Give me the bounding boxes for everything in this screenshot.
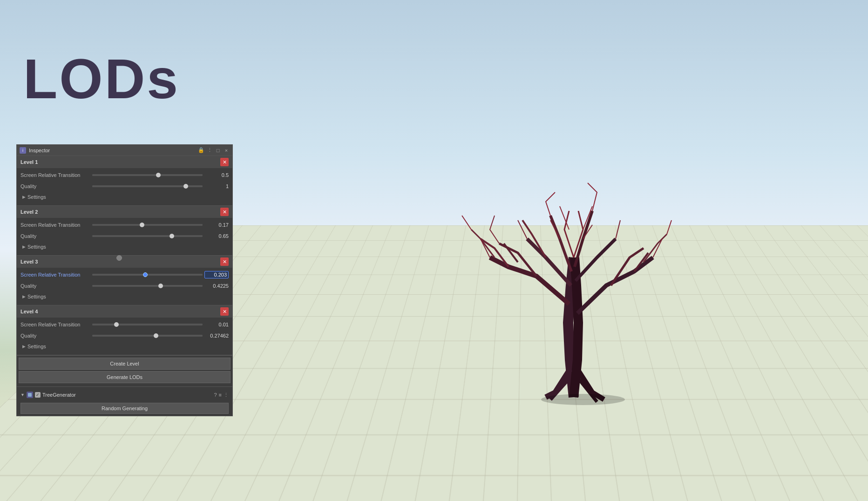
level-2-quality-row: Quality 0.65 (20, 231, 229, 241)
level-2-label: Level 2 (20, 209, 220, 215)
tree-gen-settings-icon[interactable]: ≡ (219, 392, 222, 398)
level-4-srt-slider[interactable] (92, 324, 203, 325)
level-1-settings-arrow: ▶ (22, 195, 26, 199)
level-3-settings-arrow: ▶ (22, 294, 26, 299)
level-3-header: Level 3 ✕ (17, 256, 232, 268)
level-2-settings-arrow: ▶ (22, 244, 26, 249)
level-3-quality-handle[interactable] (158, 284, 163, 288)
level-4-quality-value: 0.27462 (204, 333, 229, 339)
level-2-quality-slider[interactable] (92, 235, 203, 237)
level-3-quality-label: Quality (20, 283, 90, 289)
level-2-delete-button[interactable]: ✕ (220, 208, 229, 216)
inspector-title: Inspector (29, 148, 198, 153)
level-4-quality-handle[interactable] (154, 333, 158, 338)
inspector-titlebar: i Inspector 🔒 ⋮ □ × (17, 145, 232, 156)
level-3-quality-row: Quality 0.4225 (20, 281, 229, 291)
tree-gen-help-icon[interactable]: ? (214, 392, 217, 398)
inspector-panel: i Inspector 🔒 ⋮ □ × Level 1 ✕ Screen Rel… (16, 144, 233, 416)
level-1-header: Level 1 ✕ (17, 156, 232, 168)
level-2-settings-row[interactable]: ▶ Settings (20, 242, 229, 251)
menu-button[interactable]: ⋮ (206, 147, 213, 154)
level-4-srt-label: Screen Relative Transition (20, 322, 90, 327)
level-2-srt-label: Screen Relative Transition (20, 222, 90, 228)
tree-generator-section: ▼ ✓ TreeGenerator ? ≡ ⋮ Random Generatin… (17, 386, 232, 416)
level-3-srt-slider[interactable] (92, 274, 203, 276)
maximize-button[interactable]: □ (215, 147, 221, 154)
level-1-srt-label: Screen Relative Transition (20, 172, 90, 178)
tree-gen-expand-icon: ▼ (20, 393, 25, 397)
svg-point-0 (541, 394, 625, 405)
tree-gen-component-icon (27, 392, 33, 398)
level-1-label: Level 1 (20, 159, 220, 165)
tree-gen-action-icons: ? ≡ ⋮ (214, 392, 229, 398)
svg-rect-1 (28, 393, 32, 397)
level-2-header: Level 2 ✕ (17, 206, 232, 218)
inspector-scroll-area[interactable]: Level 1 ✕ Screen Relative Transition 0.5… (17, 156, 232, 355)
level-3-settings-label: Settings (27, 294, 46, 299)
tree-gen-enabled-checkbox[interactable]: ✓ (35, 392, 41, 398)
level-4-section: Level 4 ✕ Screen Relative Transition 0.0… (17, 305, 232, 355)
level-3-delete-button[interactable]: ✕ (220, 257, 229, 266)
level-1-content: Screen Relative Transition 0.5 Quality (17, 168, 232, 205)
inspector-actions: Create Level Generate LODs (17, 355, 232, 386)
tree-gen-more-icon[interactable]: ⋮ (224, 392, 229, 398)
level-1-srt-slider[interactable] (92, 174, 203, 176)
titlebar-buttons: 🔒 ⋮ □ × (198, 147, 230, 154)
close-button[interactable]: × (223, 147, 230, 154)
level-4-srt-handle[interactable] (114, 322, 119, 327)
level-1-quality-label: Quality (20, 183, 90, 189)
level-3-srt-row: Screen Relative Transition 0.203 (20, 270, 229, 280)
level-3-label: Level 3 (20, 259, 220, 264)
inspector-icon: i (20, 147, 26, 154)
level-1-srt-value: 0.5 (204, 172, 229, 178)
level-2-srt-row: Screen Relative Transition 0.17 (20, 220, 229, 230)
level-2-srt-value: 0.17 (204, 222, 229, 228)
random-generating-button[interactable]: Random Generating (20, 403, 229, 414)
level-3-srt-label: Screen Relative Transition (20, 272, 90, 278)
level-3-settings-row[interactable]: ▶ Settings (20, 292, 229, 301)
level-2-quality-handle[interactable] (170, 234, 174, 238)
level-1-quality-value: 1 (204, 183, 229, 189)
level-2-quality-value: 0.65 (204, 233, 229, 239)
level-4-srt-row: Screen Relative Transition 0.01 (20, 319, 229, 330)
level-3-section: Level 3 ✕ Screen Relative Transition 0.2… (17, 256, 232, 305)
tree-generator-header: ▼ ✓ TreeGenerator ? ≡ ⋮ (20, 389, 229, 401)
level-4-delete-button[interactable]: ✕ (220, 307, 229, 316)
tree-gen-label: TreeGenerator (42, 392, 214, 398)
level-3-srt-value[interactable]: 0.203 (204, 271, 229, 278)
level-3-quality-value: 0.4225 (204, 283, 229, 289)
level-1-srt-row: Screen Relative Transition 0.5 (20, 170, 229, 180)
level-4-settings-row[interactable]: ▶ Settings (20, 342, 229, 351)
generate-lods-button[interactable]: Generate LODs (19, 371, 231, 383)
page-title: LODs (23, 47, 180, 111)
level-2-settings-label: Settings (27, 244, 46, 250)
level-2-srt-handle[interactable] (140, 223, 144, 227)
level-1-delete-button[interactable]: ✕ (220, 158, 229, 166)
level-4-quality-slider[interactable] (92, 335, 203, 337)
level-3-quality-slider[interactable] (92, 285, 203, 287)
level-4-content: Screen Relative Transition 0.01 Quality (17, 318, 232, 355)
lock-button[interactable]: 🔒 (198, 147, 204, 154)
level-1-section: Level 1 ✕ Screen Relative Transition 0.5… (17, 156, 232, 206)
level-2-srt-slider[interactable] (92, 224, 203, 226)
level-2-quality-label: Quality (20, 233, 90, 239)
create-level-button[interactable]: Create Level (19, 358, 231, 370)
tree-svg (457, 118, 690, 420)
level-1-quality-slider[interactable] (92, 185, 203, 187)
level-2-content: Screen Relative Transition 0.17 Quality (17, 218, 232, 255)
level-1-quality-row: Quality 1 (20, 181, 229, 191)
level-3-srt-handle[interactable] (143, 272, 148, 277)
level-4-srt-value: 0.01 (204, 322, 229, 327)
level-4-quality-row: Quality 0.27462 (20, 331, 229, 341)
level-4-settings-label: Settings (27, 344, 46, 349)
level-4-settings-arrow: ▶ (22, 344, 26, 349)
level-1-srt-handle[interactable] (156, 173, 161, 177)
level-4-quality-label: Quality (20, 333, 90, 339)
level-1-settings-row[interactable]: ▶ Settings (20, 192, 229, 202)
level-2-section: Level 2 ✕ Screen Relative Transition 0.1… (17, 206, 232, 256)
tree-viewport (279, 37, 868, 501)
level-3-content: Screen Relative Transition 0.203 Quality (17, 268, 232, 305)
level-4-label: Level 4 (20, 309, 220, 314)
level-1-quality-handle[interactable] (183, 184, 188, 189)
level-4-header: Level 4 ✕ (17, 305, 232, 318)
